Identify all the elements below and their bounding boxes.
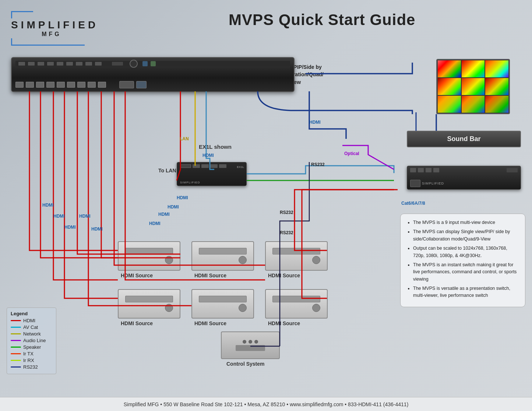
source-circle — [312, 256, 320, 264]
monitor-cell-4 — [437, 78, 461, 95]
ex1l-text: EX1L shown — [199, 144, 232, 150]
legend-title: Legend — [11, 311, 52, 316]
legend-line-rs232 — [11, 366, 21, 368]
legend-item-avcat: AV Cat — [11, 324, 52, 330]
ex1l-label: EX1L shown — [199, 144, 232, 150]
info-item-3: Output can be scaled to 1024x768, 1360x7… — [413, 245, 519, 259]
source-slot — [125, 296, 173, 302]
monitor-cell-3 — [485, 60, 509, 78]
source-slot — [125, 248, 173, 254]
source-circle — [165, 256, 173, 264]
legend-item-irtx: Ir TX — [11, 351, 52, 356]
legend-line-irtx — [11, 353, 21, 354]
legend-item-rs232: RS232 — [11, 364, 52, 370]
sound-bar: Sound Bar — [407, 131, 521, 147]
logo-bracket-bottom — [11, 38, 85, 46]
legend-label-network: Network — [23, 331, 41, 337]
logo-bracket-top — [11, 11, 33, 18]
hdmi-label-1: HDMI — [42, 203, 54, 208]
optical-label: Optical — [344, 151, 359, 156]
hdmi-source-label-5: HDMI Source — [194, 320, 226, 326]
monitor-grid — [437, 60, 509, 113]
hdmi-label-4: HDMI — [79, 214, 91, 219]
monitor-cell-1 — [437, 60, 461, 78]
footer: Simplified MFG • 550 W Baseline Road Ste… — [0, 397, 532, 411]
legend-item-speaker: Speaker — [11, 344, 52, 350]
monitor-cell-9 — [485, 95, 509, 113]
legend-label-rs232: RS232 — [23, 364, 38, 370]
hdmi-source-5 — [191, 289, 254, 319]
hdmi-label-top: HDMI — [309, 120, 321, 125]
legend-item-audio: Audio Line — [11, 338, 52, 343]
logo: SIMPLIFIED MFG — [11, 11, 92, 46]
monitor-cell-7 — [437, 95, 461, 113]
source-slot — [272, 296, 320, 302]
legend-line-audio — [11, 340, 21, 341]
legend-label-avcat: AV Cat — [23, 324, 38, 330]
footer-text: Simplified MFG • 550 W Baseline Road Ste… — [124, 401, 409, 407]
info-item-1: The MVPS is a 9 input multi-view device — [413, 219, 519, 226]
control-system — [221, 331, 280, 359]
cs-slot — [236, 345, 265, 351]
cs-dots — [243, 340, 258, 344]
legend-label-irtx: Ir TX — [23, 351, 34, 356]
legend-item-hdmi: HDMI — [11, 318, 52, 323]
source-slot — [199, 296, 247, 302]
hdmi-label-7: HDMI — [168, 204, 179, 210]
legend-line-speaker — [11, 347, 21, 348]
hdmi-source-4 — [118, 289, 180, 319]
hdmi-label-6: HDMI — [177, 195, 188, 200]
monitor-cell-2 — [461, 60, 485, 78]
hdmi-source-label-1: HDMI Source — [121, 273, 153, 278]
control-system-label: Control System — [226, 361, 264, 367]
hdmi-source-label-2: HDMI Source — [194, 273, 226, 278]
legend-item-irrx: Ir RX — [11, 358, 52, 363]
hdmi-label-5: HDMI — [91, 226, 103, 232]
hdmi-source-label-3: HDMI Source — [268, 273, 300, 278]
cs-dot-1 — [243, 340, 246, 344]
source-circle — [312, 304, 320, 312]
hdmi-label-2: HDMI — [53, 214, 65, 219]
cat6-label: Cat6/6A/7/8 — [401, 201, 425, 206]
to-lan-label: To LAN — [158, 168, 176, 173]
legend-line-network — [11, 333, 21, 334]
legend-line-avcat — [11, 327, 21, 328]
source-circle — [239, 256, 247, 264]
info-box: The MVPS is a 9 input multi-view device … — [400, 214, 525, 307]
cs-dot-3 — [254, 340, 258, 344]
monitor-cell-5 — [461, 78, 485, 95]
legend-line-hdmi — [11, 320, 21, 321]
sound-bar-label: Sound Bar — [447, 135, 480, 143]
legend-item-network: Network — [11, 331, 52, 337]
rs232-label-2: RS232 — [280, 210, 293, 215]
hdmi-label-lan: HDMI — [202, 153, 214, 158]
source-circle — [239, 304, 247, 312]
lan-label: LAN — [180, 136, 189, 141]
monitor-display — [436, 59, 510, 114]
cs-dot-2 — [249, 340, 252, 344]
logo-text-sub: MFG — [11, 31, 92, 38]
hdmi-source-2 — [191, 241, 254, 271]
legend: Legend HDMI AV Cat Network Audio Line Sp… — [7, 308, 56, 374]
source-circle — [165, 304, 173, 312]
right-device: SIMPLIFIED — [407, 166, 521, 190]
hdmi-label-8: HDMI — [158, 212, 170, 217]
monitor-cell-8 — [461, 95, 485, 113]
hdmi-source-label-4: HDMI Source — [121, 320, 153, 326]
legend-label-speaker: Speaker — [23, 344, 41, 350]
source-slot — [272, 248, 320, 254]
logo-text-main: SIMPLIFIED — [11, 19, 92, 31]
source-slot — [199, 248, 247, 254]
hdmi-label-3: HDMI — [64, 225, 76, 230]
legend-label-hdmi: HDMI — [23, 318, 35, 323]
hdmi-source-6 — [265, 289, 328, 319]
info-item-4: The MVPS is an instant switch making it … — [413, 261, 519, 283]
hdmi-source-label-6: HDMI Source — [268, 320, 300, 326]
hdmi-source-1 — [118, 241, 180, 271]
monitor-cell-6 — [485, 78, 509, 95]
legend-label-audio: Audio Line — [23, 338, 46, 343]
hdmi-source-3 — [265, 241, 328, 271]
hdmi-label-9: HDMI — [149, 221, 161, 226]
legend-label-irrx: Ir RX — [23, 358, 34, 363]
rs232-label-3: RS232 — [280, 230, 293, 235]
